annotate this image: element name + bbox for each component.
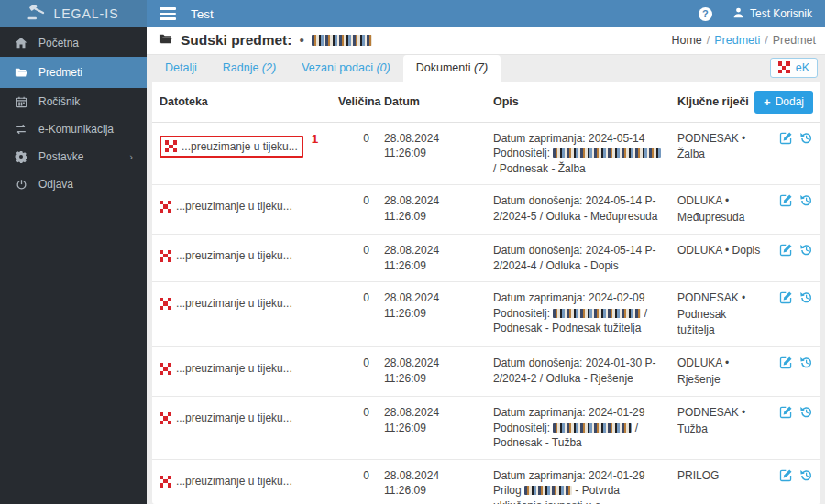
edit-icon[interactable] <box>779 468 793 482</box>
sidebar-item-odjava[interactable]: Odjava <box>0 170 147 198</box>
table-row: ...preuzimanje u tijeku...028.08.2024 11… <box>152 282 820 347</box>
table-row: ...preuzimanje u tijeku...028.08.2024 11… <box>152 397 820 460</box>
history-icon[interactable] <box>799 468 813 482</box>
size-cell: 0 <box>331 185 377 235</box>
power-icon <box>14 179 28 191</box>
top-bar: LEGAL-IS Test ? Test Korisnik <box>0 0 825 27</box>
row-actions <box>778 243 813 257</box>
sidebar-item-postavke[interactable]: Postavke› <box>0 143 147 170</box>
table-row: ...preuzimanje u tijeku...028.08.2024 11… <box>152 235 820 282</box>
tab-vezani-podaci[interactable]: Vezani podaci (0) <box>289 55 403 82</box>
history-icon[interactable] <box>799 290 813 304</box>
row-actions <box>778 290 813 304</box>
file-name: ...preuzimanje u tijeku... <box>176 474 292 489</box>
tab-label: Detalji <box>165 61 197 74</box>
description-cell: Datum zaprimanja: 2024-02-09 Podnositelj… <box>486 282 670 347</box>
date-cell: 28.08.2024 11:26:09 <box>377 122 486 185</box>
file-cell: ...preuzimanje u tijeku...1 <box>152 122 331 185</box>
file-link[interactable]: ...preuzimanje u tijeku... <box>160 136 303 159</box>
file-link[interactable]: ...preuzimanje u tijeku... <box>160 361 292 377</box>
redacted-case-number <box>312 35 372 46</box>
row-actions <box>778 468 813 482</box>
size-cell: 0 <box>331 282 377 347</box>
description-cell: Datum donošenja: 2024-01-30 P-2/2024-2 /… <box>486 347 670 397</box>
redacted-text <box>553 309 641 318</box>
description-cell: Datum donošenja: 2024-05-14 P-2/2024-4 /… <box>486 235 670 282</box>
column-header-opis: Opis <box>486 82 670 123</box>
file-link[interactable]: ...preuzimanje u tijeku... <box>160 474 292 489</box>
breadcrumb-home[interactable]: Home <box>671 34 701 47</box>
keywords-cell: PODNESAK • Tužba <box>670 397 771 460</box>
tab-count: (7) <box>470 61 488 74</box>
tab-strip: DetaljiRadnje (2)Vezani podaci (0)Dokume… <box>147 55 825 82</box>
table-row: ...preuzimanje u tijeku...1028.08.2024 1… <box>152 122 820 185</box>
user-icon <box>732 6 744 21</box>
documents-panel: DatotekaVeličinaDatumOpisKljučne riječi+… <box>152 82 820 504</box>
edit-icon[interactable] <box>779 290 793 304</box>
tab-count: (2) <box>258 61 276 74</box>
table-row: ...preuzimanje u tijeku...028.08.2024 11… <box>152 347 820 397</box>
edit-icon[interactable] <box>779 405 793 419</box>
sidebar-item-label: Postavke <box>38 150 83 163</box>
actions-cell <box>771 122 820 185</box>
calendar-icon <box>14 96 28 108</box>
tab-detalji[interactable]: Detalji <box>152 55 210 82</box>
file-cell: ...preuzimanje u tijeku... <box>152 185 331 235</box>
history-icon[interactable] <box>799 193 813 207</box>
row-actions <box>778 356 813 369</box>
menu-toggle-icon[interactable] <box>160 7 176 20</box>
size-cell: 0 <box>331 122 377 185</box>
page-title: Sudski predmet: • <box>158 32 372 49</box>
help-icon[interactable]: ? <box>698 7 712 21</box>
edit-icon[interactable] <box>779 131 793 145</box>
file-link[interactable]: ...preuzimanje u tijeku... <box>160 296 292 312</box>
ek-button[interactable]: eK <box>770 58 818 78</box>
history-icon[interactable] <box>799 405 813 419</box>
checker-icon <box>160 298 171 310</box>
sidebar-item-po-etna[interactable]: Početna <box>0 29 147 57</box>
history-icon[interactable] <box>799 243 813 257</box>
actions-cell <box>771 185 820 235</box>
sidebar-item-e-komunikacija[interactable]: e-Komunikacija <box>0 115 147 143</box>
keywords-cell: ODLUKA • Dopis <box>670 235 771 282</box>
checker-icon <box>778 61 790 73</box>
sidebar-item-ro-i-nik[interactable]: Ročišnik <box>0 88 147 115</box>
file-link[interactable]: ...preuzimanje u tijeku... <box>160 199 292 214</box>
column-header-datoteka: Datoteka <box>152 82 331 123</box>
gavel-icon <box>28 5 47 23</box>
folder-open-icon <box>158 32 173 49</box>
gear-icon <box>14 150 28 163</box>
column-header-datum: Datum <box>377 82 486 123</box>
file-name: ...preuzimanje u tijeku... <box>176 199 292 214</box>
breadcrumb-predmeti[interactable]: Predmeti <box>714 34 760 47</box>
file-cell: ...preuzimanje u tijeku... <box>152 235 331 282</box>
file-cell: ...preuzimanje u tijeku... <box>152 282 331 347</box>
edit-icon[interactable] <box>779 243 793 257</box>
file-name: ...preuzimanje u tijeku... <box>176 361 292 377</box>
add-button-cell: +Dodaj <box>771 82 820 123</box>
breadcrumb: Home / Predmeti / Predmet <box>671 34 816 47</box>
tab-radnje[interactable]: Radnje (2) <box>210 55 289 82</box>
add-button-label: Dodaj <box>776 95 804 108</box>
redacted-text <box>553 148 661 158</box>
date-cell: 28.08.2024 11:26:09 <box>377 347 486 397</box>
history-icon[interactable] <box>799 131 813 145</box>
checker-icon <box>165 140 177 152</box>
add-button[interactable]: +Dodaj <box>754 91 813 114</box>
file-cell: ...preuzimanje u tijeku... <box>152 347 331 397</box>
sidebar-item-predmeti[interactable]: Predmeti <box>0 57 147 88</box>
edit-icon[interactable] <box>779 193 793 207</box>
keywords-cell: PODNESAK • Žalba <box>670 122 771 185</box>
checker-icon <box>160 250 171 262</box>
file-link[interactable]: ...preuzimanje u tijeku... <box>160 411 292 426</box>
tab-dokumenti[interactable]: Dokumenti (7) <box>403 55 501 82</box>
size-cell: 0 <box>331 235 377 282</box>
file-link[interactable]: ...preuzimanje u tijeku... <box>160 248 292 264</box>
file-cell: ...preuzimanje u tijeku... <box>152 459 331 504</box>
sidebar-item-label: Ročišnik <box>38 95 80 108</box>
edit-icon[interactable] <box>779 356 793 369</box>
checker-icon <box>160 476 171 488</box>
history-icon[interactable] <box>799 356 813 369</box>
checker-icon <box>160 363 171 375</box>
user-menu[interactable]: Test Korisnik <box>732 6 812 21</box>
